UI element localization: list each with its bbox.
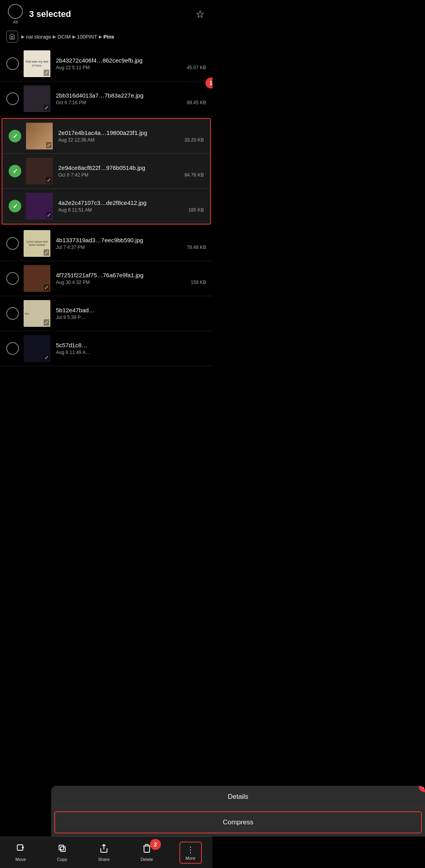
breadcrumb-arrow-0: ▶ [21,34,24,39]
select-checkbox[interactable] [9,200,21,212]
expand-icon: ⤢ [44,70,49,76]
expand-icon: ⤢ [44,319,49,326]
select-checkbox[interactable] [9,130,21,142]
file-size: 158 KB [191,280,206,285]
breadcrumb-dcim[interactable]: DCIM [57,34,70,40]
file-name: 2e94ce8acf822f…976b0514b.jpg [58,164,204,171]
thumbnail: ⤢ [24,335,50,362]
file-meta: Aug 22 12:36 AM 33.20 KB [58,137,204,143]
select-checkbox[interactable] [6,307,19,320]
file-name: 2b43272c406f4…862cec9efb.jpg [56,57,206,64]
file-size: 78.48 KB [187,245,206,250]
file-date: Aug 8 11:51 AM [58,207,92,213]
thumbnail: ⤢ [24,265,50,292]
select-checkbox[interactable] [6,57,19,70]
file-date: Aug 22 12:36 AM [58,137,94,143]
file-meta: Jul 7 4:37 PM 78.48 KB [56,245,206,250]
file-name: 2bb316d4013a7…7b83a227e.jpg [56,92,206,99]
list-item[interactable]: ⤢ 2e017e4b1ac4a…19800a23f1.jpg Aug 22 12… [2,119,210,154]
file-date: Jul 7 4:37 PM [56,245,85,250]
list-item[interactable]: ⤢ 4f7251f221af75…76a67e9fa1.jpg Aug 30 4… [0,261,213,296]
expand-icon: ⤢ [44,105,49,111]
breadcrumb-pins[interactable]: Pins [103,34,114,40]
file-name: 4f7251f221af75…76a67e9fa1.jpg [56,272,206,278]
file-date: Jul 9 5:39 P… [56,315,85,320]
expand-icon: ⤢ [44,284,49,291]
expand-icon: ⤢ [46,212,52,218]
file-info: 5c57d1c8… Aug 8 11:49 A… [56,342,206,355]
file-date: Aug 30 4:32 PM [56,280,90,285]
file-name: 5c57d1c8… [56,342,206,348]
file-info: 2e94ce8acf822f…976b0514b.jpg Oct 6 7:42 … [58,164,204,178]
select-checkbox[interactable] [6,92,19,105]
file-date: Aug 8 11:49 A… [56,350,90,355]
file-info: 4f7251f221af75…76a67e9fa1.jpg Aug 30 4:3… [56,272,206,285]
file-name: 5b12e47bad… [56,307,206,313]
header: All 3 selected ☆ [0,0,213,28]
thumbnail: ⤢ [26,123,53,149]
file-list: that was my last of love. ⤢ 2b43272c406f… [0,46,213,402]
file-size: 89.45 KB [187,100,206,105]
file-info: 4a2e2c47107c3…de2f8ce412.jpg Aug 8 11:51… [58,199,204,213]
thumbnail: ⤢ [26,193,53,219]
file-info: 4b1337319ad3…7eec9bb590.jpg Jul 7 4:37 P… [56,237,206,250]
file-size: 84.76 KB [185,172,204,178]
list-item[interactable]: ⤢ 4a2e2c47107c3…de2f8ce412.jpg Aug 8 11:… [2,189,210,224]
file-name: 4b1337319ad3…7eec9bb590.jpg [56,237,206,243]
expand-icon: ⤢ [44,249,49,256]
list-item[interactable]: that was my last of love. ⤢ 2b43272c406f… [0,46,213,81]
breadcrumb: ▶ nal storage ▶ DCIM ▶ 100PINT ▶ Pins [0,28,213,46]
breadcrumb-100pint[interactable]: 100PINT [77,34,97,40]
file-date: Oct 6 7:16 PM [56,100,86,105]
selected-count: 3 selected [29,9,196,19]
home-icon[interactable] [6,31,18,42]
list-item[interactable]: text ⤢ 5b12e47bad… Jul 9 5:39 P… [0,296,213,331]
select-checkbox[interactable] [6,342,19,355]
thumbnail: ⤢ [26,158,53,184]
select-checkbox[interactable] [9,165,21,177]
file-info: 5b12e47bad… Jul 9 5:39 P… [56,307,206,320]
file-meta: Aug 8 11:51 AM 185 KB [58,207,204,213]
thumbnail: text ⤢ [24,300,50,327]
file-info: 2b43272c406f4…862cec9efb.jpg Aug 22 5:11… [56,57,206,70]
breadcrumb-arrow-1: ▶ [53,34,56,39]
list-item[interactable]: ⤢ 5c57d1c8… Aug 8 11:49 A… [0,331,213,366]
file-info: 2bb316d4013a7…7b83a227e.jpg Oct 6 7:16 P… [56,92,206,105]
breadcrumb-arrow-2: ▶ [72,34,76,39]
file-date: Aug 22 5:11 PM [56,65,90,70]
breadcrumb-storage[interactable]: nal storage [26,34,51,40]
thumbnail: that was my last of love. ⤢ [24,50,50,77]
thumbnail: ⤢ [24,85,50,112]
file-info: 2e017e4b1ac4a…19800a23f1.jpg Aug 22 12:3… [58,129,204,143]
breadcrumb-arrow-3: ▶ [99,34,102,39]
all-label: All [13,20,18,24]
list-item[interactable]: Lorem ipsum text block content ⤢ 4b13373… [0,226,213,261]
expand-icon: ⤢ [46,177,52,183]
file-meta: Jul 9 5:39 P… [56,315,206,320]
file-size: 185 KB [188,207,204,213]
selected-group: ⤢ 2e017e4b1ac4a…19800a23f1.jpg Aug 22 12… [2,118,211,225]
file-meta: Aug 8 11:49 A… [56,350,206,355]
select-checkbox[interactable] [6,237,19,250]
expand-icon: ⤢ [44,354,49,361]
select-all-circle[interactable] [8,4,23,19]
file-date: Oct 6 7:42 PM [58,172,89,178]
file-name: 4a2e2c47107c3…de2f8ce412.jpg [58,199,204,206]
file-size: 33.20 KB [185,137,204,143]
file-meta: Oct 6 7:16 PM 89.45 KB [56,100,206,105]
file-meta: Aug 30 4:32 PM 158 KB [56,280,206,285]
expand-icon: ⤢ [46,142,52,148]
badge-1: 1 [205,77,213,88]
file-meta: Aug 22 5:11 PM 45.07 KB [56,65,206,70]
list-item[interactable]: ⤢ 2e94ce8acf822f…976b0514b.jpg Oct 6 7:4… [2,154,210,189]
select-all-button[interactable]: All [8,4,23,24]
file-meta: Oct 6 7:42 PM 84.76 KB [58,172,204,178]
file-size: 45.07 KB [187,65,206,70]
thumbnail: Lorem ipsum text block content ⤢ [24,230,50,257]
star-icon[interactable]: ☆ [196,8,205,20]
select-checkbox[interactable] [6,272,19,285]
list-item[interactable]: ⤢ 2bb316d4013a7…7b83a227e.jpg Oct 6 7:16… [0,81,213,116]
file-name: 2e017e4b1ac4a…19800a23f1.jpg [58,129,204,136]
